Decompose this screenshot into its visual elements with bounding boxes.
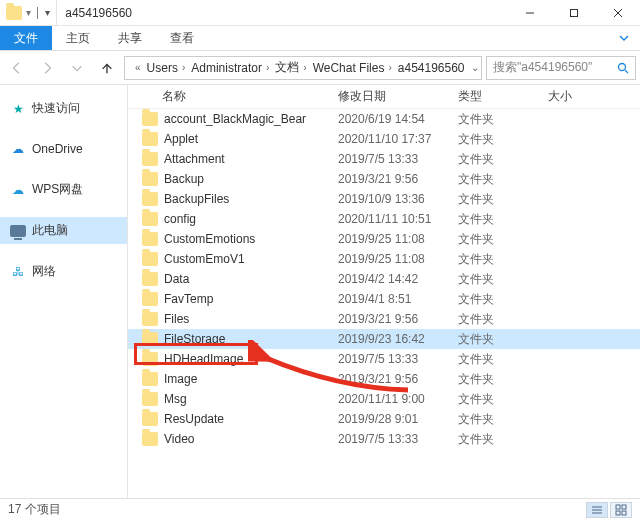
search-icon [617,62,629,74]
qat-overflow-icon[interactable]: ▾ [45,7,50,18]
sidebar-item-label: 快速访问 [32,100,80,117]
recent-locations-button[interactable] [64,55,90,81]
details-view-button[interactable] [586,502,608,518]
file-row[interactable]: Msg2020/11/11 9:00文件夹 [128,389,640,409]
folder-icon [142,372,158,386]
status-item-count: 17 个项目 [8,501,61,518]
sidebar: ★ 快速访问 ☁ OneDrive ☁ WPS网盘 此电脑 🖧 网络 [0,85,128,498]
sidebar-item-label: WPS网盘 [32,181,83,198]
main: ★ 快速访问 ☁ OneDrive ☁ WPS网盘 此电脑 🖧 网络 名称 修改… [0,85,640,498]
folder-icon [142,232,158,246]
file-row[interactable]: Attachment2019/7/5 13:33文件夹 [128,149,640,169]
file-row[interactable]: Data2019/4/2 14:42文件夹 [128,269,640,289]
svg-point-5 [619,63,626,70]
col-name-header[interactable]: 名称 [128,88,338,105]
file-name: Image [164,372,197,386]
file-date: 2019/4/2 14:42 [338,272,458,286]
file-list[interactable]: account_BlackMagic_Bear2020/6/19 14:54文件… [128,109,640,449]
file-row[interactable]: Image2019/3/21 9:56文件夹 [128,369,640,389]
file-name: HDHeadImage [164,352,243,366]
ribbon-view-tab[interactable]: 查看 [156,26,208,50]
minimize-button[interactable] [508,0,552,26]
sidebar-item-wps[interactable]: ☁ WPS网盘 [0,176,127,203]
file-row[interactable]: Backup2019/3/21 9:56文件夹 [128,169,640,189]
col-type-header[interactable]: 类型 [458,88,548,105]
folder-icon [142,292,158,306]
file-row[interactable]: FileStorage2019/9/23 16:42文件夹 [128,329,640,349]
breadcrumb-seg-1: Administrator› [191,61,269,75]
file-type: 文件夹 [458,211,548,228]
maximize-button[interactable] [552,0,596,26]
breadcrumb-label[interactable]: WeChat Files [313,61,385,75]
sidebar-item-quick-access[interactable]: ★ 快速访问 [0,95,127,122]
file-name: Msg [164,392,187,406]
file-row[interactable]: BackupFiles2019/10/9 13:36文件夹 [128,189,640,209]
folder-dropdown-icon[interactable]: ▾ [26,7,31,18]
file-type: 文件夹 [458,251,548,268]
file-type: 文件夹 [458,171,548,188]
address-row: « Users› Administrator› 文档› WeChat Files… [0,51,640,85]
folder-icon [142,392,158,406]
file-date: 2019/10/9 13:36 [338,192,458,206]
chevron-right-icon[interactable]: › [388,62,391,73]
folder-icon [6,6,22,20]
sidebar-item-onedrive[interactable]: ☁ OneDrive [0,136,127,162]
forward-button[interactable] [34,55,60,81]
up-button[interactable] [94,55,120,81]
file-row[interactable]: account_BlackMagic_Bear2020/6/19 14:54文件… [128,109,640,129]
ribbon-home-tab[interactable]: 主页 [52,26,104,50]
sidebar-item-network[interactable]: 🖧 网络 [0,258,127,285]
file-row[interactable]: CustomEmoV12019/9/25 11:08文件夹 [128,249,640,269]
file-row[interactable]: Files2019/3/21 9:56文件夹 [128,309,640,329]
file-date: 2019/4/1 8:51 [338,292,458,306]
file-type: 文件夹 [458,391,548,408]
file-type: 文件夹 [458,311,548,328]
folder-icon [142,352,158,366]
ribbon-share-tab[interactable]: 共享 [104,26,156,50]
chevron-right-icon[interactable]: « [135,62,141,73]
ribbon-expand-button[interactable] [608,26,640,50]
breadcrumb-label[interactable]: Administrator [191,61,262,75]
file-row[interactable]: config2020/11/11 10:51文件夹 [128,209,640,229]
breadcrumb-label[interactable]: 文档 [275,59,299,76]
file-type: 文件夹 [458,231,548,248]
ribbon-file-tab[interactable]: 文件 [0,26,52,50]
file-date: 2020/11/11 9:00 [338,392,458,406]
breadcrumb-label[interactable]: a454196560 [398,61,465,75]
window-controls [508,0,640,26]
file-row[interactable]: Video2019/7/5 13:33文件夹 [128,429,640,449]
address-bar[interactable]: « Users› Administrator› 文档› WeChat Files… [124,56,482,80]
history-dropdown-button[interactable]: ⌄ [471,62,479,73]
file-name: Files [164,312,189,326]
content-pane: 名称 修改日期 类型 大小 account_BlackMagic_Bear202… [128,85,640,498]
file-name: Video [164,432,194,446]
breadcrumb-seg-0: Users› [147,61,186,75]
folder-icon [142,312,158,326]
folder-icon [142,412,158,426]
folder-icon [142,152,158,166]
file-row[interactable]: HDHeadImage2019/7/5 13:33文件夹 [128,349,640,369]
col-size-header[interactable]: 大小 [548,88,640,105]
file-row[interactable]: CustomEmotions2019/9/25 11:08文件夹 [128,229,640,249]
file-row[interactable]: Applet2020/11/10 17:37文件夹 [128,129,640,149]
close-button[interactable] [596,0,640,26]
back-button[interactable] [4,55,30,81]
file-row[interactable]: FavTemp2019/4/1 8:51文件夹 [128,289,640,309]
qat-divider: │ [35,7,41,18]
search-input[interactable]: 搜索"a454196560" [486,56,636,80]
file-date: 2020/11/10 17:37 [338,132,458,146]
file-type: 文件夹 [458,411,548,428]
file-name: Data [164,272,189,286]
svg-rect-11 [616,505,620,509]
chevron-right-icon[interactable]: › [182,62,185,73]
col-date-header[interactable]: 修改日期 [338,88,458,105]
chevron-right-icon[interactable]: › [266,62,269,73]
status-bar: 17 个项目 [0,498,640,520]
file-row[interactable]: ResUpdate2019/9/28 9:01文件夹 [128,409,640,429]
thumbnails-view-button[interactable] [610,502,632,518]
file-date: 2019/3/21 9:56 [338,172,458,186]
chevron-right-icon[interactable]: › [303,62,306,73]
titlebar: ▾ │ ▾ a454196560 [0,0,640,26]
breadcrumb-label[interactable]: Users [147,61,178,75]
sidebar-item-this-pc[interactable]: 此电脑 [0,217,127,244]
